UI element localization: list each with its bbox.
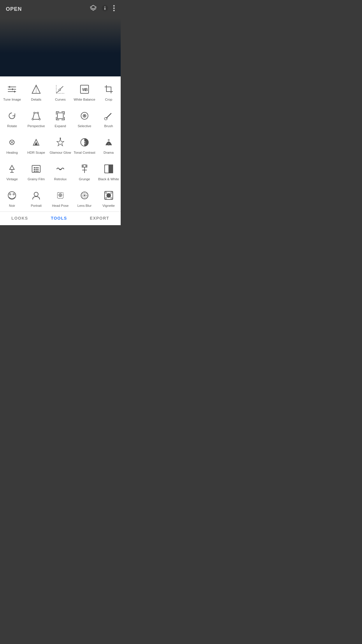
svg-point-76: [60, 195, 61, 195]
tool-selective[interactable]: Selective: [72, 105, 96, 132]
tool-vintage[interactable]: Vintage: [0, 158, 24, 185]
nav-export[interactable]: EXPORT: [90, 216, 109, 220]
svg-line-31: [106, 113, 111, 118]
healing-label: Healing: [6, 150, 18, 155]
tool-hdr-scape[interactable]: HDR Scape: [24, 132, 48, 158]
grunge-icon: [79, 163, 90, 175]
svg-point-45: [108, 139, 109, 141]
image-preview: [0, 18, 121, 76]
svg-marker-22: [33, 113, 40, 119]
svg-point-26: [34, 112, 35, 113]
tune-image-label: Tune Image: [3, 97, 21, 102]
tool-glamour-glow[interactable]: Glamour Glow: [48, 132, 73, 158]
glamour-glow-label: Glamour Glow: [50, 150, 71, 155]
vignette-label: Vignette: [103, 204, 115, 208]
tool-crop[interactable]: Crop: [96, 79, 121, 105]
retrolux-label: Retrolux: [54, 177, 67, 181]
svg-point-23: [32, 118, 34, 120]
svg-rect-27: [57, 113, 63, 119]
svg-point-6: [113, 10, 115, 11]
healing-icon: [6, 136, 18, 148]
more-icon[interactable]: [113, 5, 115, 13]
tool-brush[interactable]: Brush: [96, 105, 121, 132]
tool-head-pose[interactable]: Head Pose: [48, 185, 73, 211]
brush-icon: [103, 110, 115, 122]
tool-lens-blur[interactable]: Lens Blur: [72, 185, 96, 211]
grainy-film-icon: [30, 163, 42, 175]
bottom-nav: LOOKS TOOLS EXPORT: [0, 211, 121, 225]
tool-curves[interactable]: Curves: [48, 79, 73, 105]
expand-icon: [55, 110, 66, 122]
lens-blur-icon: [79, 190, 90, 201]
tools-grid: Tune Image Details: [0, 79, 121, 211]
curves-icon: [55, 83, 66, 95]
svg-point-63: [86, 165, 87, 166]
svg-point-50: [34, 167, 35, 168]
tool-details[interactable]: Details: [24, 79, 48, 105]
nav-tools[interactable]: TOOLS: [51, 216, 67, 220]
svg-point-65: [86, 166, 87, 167]
tonal-contrast-icon: [79, 136, 90, 148]
noir-icon: [6, 190, 18, 201]
tool-expand[interactable]: Expand: [48, 105, 73, 132]
svg-point-55: [38, 169, 38, 170]
svg-point-16: [59, 89, 61, 91]
svg-text:B: B: [85, 87, 88, 92]
svg-point-73: [34, 192, 38, 196]
svg-point-57: [36, 171, 37, 172]
svg-rect-59: [83, 165, 86, 167]
crop-icon: [103, 83, 115, 95]
tool-tune-image[interactable]: Tune Image: [0, 79, 24, 105]
tool-white-balance[interactable]: W B White Balance: [72, 79, 96, 105]
brush-label: Brush: [104, 124, 113, 128]
tool-rotate[interactable]: Rotate: [0, 105, 24, 132]
rotate-label: Rotate: [7, 124, 17, 128]
portrait-label: Portrait: [31, 204, 42, 208]
tool-black-white[interactable]: Black & White: [96, 158, 121, 185]
portrait-icon: [30, 190, 42, 201]
perspective-label: Perspective: [27, 124, 45, 128]
black-white-icon: [103, 163, 115, 175]
nav-looks[interactable]: LOOKS: [11, 216, 28, 220]
layers-icon[interactable]: [90, 5, 97, 13]
info-icon[interactable]: [101, 5, 108, 13]
hdr-scape-icon: [30, 136, 42, 148]
grainy-film-label: Grainy Film: [28, 177, 45, 181]
svg-point-58: [38, 171, 38, 172]
svg-point-30: [84, 115, 85, 116]
glamour-glow-icon: [55, 136, 66, 148]
svg-point-83: [107, 193, 111, 197]
tool-drama[interactable]: Drama: [96, 132, 121, 158]
svg-point-64: [82, 166, 83, 167]
tool-vignette[interactable]: Vignette: [96, 185, 121, 211]
header-icons: [90, 5, 115, 13]
svg-point-54: [36, 169, 37, 170]
tool-noir[interactable]: Noir: [0, 185, 24, 211]
tool-grunge[interactable]: Grunge: [72, 158, 96, 185]
svg-point-72: [13, 193, 15, 195]
black-white-label: Black & White: [98, 177, 119, 181]
svg-rect-3: [105, 8, 106, 10]
vignette-icon: [103, 190, 115, 201]
svg-point-53: [34, 169, 35, 170]
tools-container: Tune Image Details: [0, 76, 121, 211]
tool-grainy-film[interactable]: Grainy Film: [24, 158, 48, 185]
lens-blur-label: Lens Blur: [77, 204, 92, 208]
head-pose-label: Head Pose: [52, 204, 69, 208]
svg-point-2: [105, 6, 106, 7]
crop-label: Crop: [105, 97, 112, 102]
tool-healing[interactable]: Healing: [0, 132, 24, 158]
tool-tonal-contrast[interactable]: Tonal Contrast: [72, 132, 96, 158]
tool-retrolux[interactable]: Retrolux: [48, 158, 73, 185]
vintage-label: Vintage: [6, 177, 18, 181]
drama-icon: [103, 136, 115, 148]
tool-portrait[interactable]: Portrait: [24, 185, 48, 211]
curves-label: Curves: [55, 97, 66, 102]
tool-perspective[interactable]: Perspective: [24, 105, 48, 132]
svg-point-51: [36, 167, 37, 168]
selective-icon: [79, 110, 90, 122]
perspective-icon: [30, 110, 42, 122]
app-title[interactable]: OPEN: [6, 6, 22, 12]
svg-point-4: [113, 5, 115, 7]
white-balance-label: White Balance: [74, 97, 95, 102]
